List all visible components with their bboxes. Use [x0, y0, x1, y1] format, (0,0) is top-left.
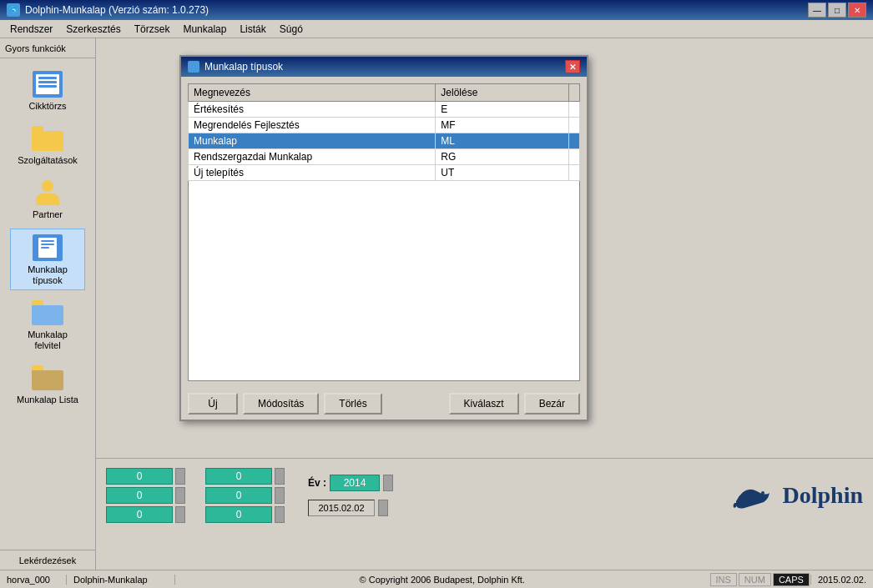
maximize-button[interactable]: □: [828, 3, 846, 18]
stat-1-1: 0: [106, 468, 173, 485]
partner-icon: [31, 178, 64, 208]
status-copyright: © Copyright 2006 Budapest, Dolphin Kft.: [175, 575, 709, 585]
menu-sugo[interactable]: Súgó: [273, 22, 310, 37]
caps-indicator: CAPS: [773, 573, 810, 586]
row-code: MF: [436, 118, 569, 133]
dialog-title: Munkalap típusok: [204, 61, 283, 73]
app-icon: 🐬: [7, 3, 20, 17]
row-code: UT: [436, 165, 569, 181]
munkalap-lista-icon: [31, 363, 64, 393]
stat-scrollbar-3[interactable]: [175, 506, 185, 523]
menu-rendszer[interactable]: Rendszer: [3, 22, 59, 37]
stat-scrollbar-5[interactable]: [275, 487, 285, 504]
col-header-name: Megnevezés: [189, 84, 436, 102]
sidebar-item-partner[interactable]: Partner: [10, 173, 85, 224]
table-empty-area: [188, 181, 580, 381]
munkalap-lista-label: Munkalap Lista: [17, 395, 78, 405]
bottom-panel: 0 0 0 0 0: [96, 458, 873, 531]
num-indicator: NUM: [739, 573, 771, 586]
munkalap-tipusok-icon: [31, 233, 64, 263]
dialog-close-button[interactable]: ✕: [565, 60, 580, 73]
menu-munkalap[interactable]: Munkalap: [176, 22, 233, 37]
menu-szerkesztes[interactable]: Szerkesztés: [59, 22, 127, 37]
row-extra: [569, 165, 580, 181]
sidebar-item-munkalap-lista[interactable]: Munkalap Lista: [10, 359, 85, 410]
status-app: Dolphin-Munkalap: [67, 575, 175, 585]
date-value: 2015.02.02: [308, 500, 375, 516]
table-row[interactable]: Értékesítés E: [189, 102, 580, 118]
stat-scrollbar-4[interactable]: [275, 468, 285, 485]
dialog-titlebar: Munkalap típusok ✕: [181, 57, 587, 77]
munkalap-felvitel-label: Munkalap felvitel: [14, 329, 81, 351]
close-button[interactable]: ✕: [848, 3, 866, 18]
szolgaltatasok-label: Szolgáltatások: [18, 155, 78, 166]
szolgaltatasok-icon: [31, 123, 64, 153]
stat-1-2: 0: [106, 487, 173, 504]
stat-2-1: 0: [205, 468, 272, 485]
dialog-munkalap-tipusok: Munkalap típusok ✕ Megnevezés Jelölése: [179, 55, 588, 421]
row-extra: [569, 149, 580, 165]
delete-button[interactable]: Törlés: [324, 393, 381, 415]
title-bar: 🐬 Dolphin-Munkalap (Verzió szám: 1.0.273…: [0, 0, 873, 20]
table-row[interactable]: Új telepítés UT: [189, 165, 580, 181]
sidebar-bottom: Lekérdezések: [0, 550, 96, 570]
sidebar-item-cikktorzs[interactable]: Cikktörzs: [10, 65, 85, 116]
year-value: 2014: [330, 475, 380, 491]
window-title: Dolphin-Munkalap (Verzió szám: 1.0.273): [25, 4, 209, 16]
stat-1-3: 0: [106, 506, 173, 523]
row-code: ML: [436, 133, 569, 149]
row-name: Munkalap: [189, 133, 436, 149]
status-indicators: INS NUM CAPS: [709, 572, 810, 587]
status-date: 2015.02.02.: [810, 575, 873, 585]
stat-scrollbar-1[interactable]: [175, 468, 185, 485]
row-name: Megrendelés Fejlesztés: [189, 118, 436, 133]
cikktorzs-label: Cikktörzs: [28, 101, 66, 112]
year-label: Év :: [308, 477, 326, 489]
row-name: Új telepítés: [189, 165, 436, 181]
status-user: horva_000: [0, 575, 67, 585]
lekerdezesek-button[interactable]: Lekérdezések: [13, 554, 83, 567]
row-name: Értékesítés: [189, 102, 436, 118]
row-name: Rendszergazdai Munkalap: [189, 149, 436, 165]
select-button[interactable]: Kiválaszt: [449, 393, 519, 415]
stat-2-3: 0: [205, 506, 272, 523]
content-area: Munkalap típusok ✕ Megnevezés Jelölése: [96, 38, 873, 550]
sidebar: Gyors funkciók Cikktörzs: [0, 38, 96, 550]
table-row[interactable]: Megrendelés Fejlesztés MF: [189, 118, 580, 133]
munkalap-felvitel-icon: [31, 298, 64, 328]
sidebar-item-szolgaltatasok[interactable]: Szolgáltatások: [10, 119, 85, 170]
col-header-code: Jelölése: [436, 84, 569, 102]
row-extra: [569, 118, 580, 133]
stat-2-2: 0: [205, 487, 272, 504]
sidebar-item-munkalap-tipusok[interactable]: Munkalap típusok: [10, 229, 85, 290]
ins-indicator: INS: [710, 573, 737, 586]
close-dialog-button[interactable]: Bezár: [524, 393, 580, 415]
munkalap-tipusok-label: Munkalap típusok: [14, 264, 81, 286]
menu-bar: Rendszer Szerkesztés Törzsek Munkalap Li…: [0, 20, 873, 38]
dolphin-logo-text: Dolphin: [783, 482, 864, 509]
sidebar-item-munkalap-felvitel[interactable]: Munkalap felvitel: [10, 294, 85, 355]
partner-label: Partner: [33, 209, 63, 220]
date-scrollbar[interactable]: [378, 500, 388, 516]
row-code: E: [436, 102, 569, 118]
table-row-selected[interactable]: Munkalap ML: [189, 133, 580, 149]
row-extra: [569, 133, 580, 149]
data-table: Megnevezés Jelölése Értékesítés E Megren: [188, 83, 580, 181]
row-code: RG: [436, 149, 569, 165]
logo-area: Dolphin: [728, 476, 864, 514]
minimize-button[interactable]: —: [808, 3, 826, 18]
sidebar-header: Gyors funkciók: [0, 38, 95, 58]
table-row[interactable]: Rendszergazdai Munkalap RG: [189, 149, 580, 165]
status-bar: horva_000 Dolphin-Munkalap © Copyright 2…: [0, 570, 873, 588]
row-extra: [569, 102, 580, 118]
new-button[interactable]: Új: [188, 393, 238, 415]
menu-torzsek[interactable]: Törzsek: [128, 22, 177, 37]
svg-point-0: [761, 491, 765, 495]
stat-scrollbar-6[interactable]: [275, 506, 285, 523]
col-header-extra: [569, 84, 580, 102]
menu-listak[interactable]: Listák: [233, 22, 272, 37]
modify-button[interactable]: Módosítás: [243, 393, 319, 415]
dialog-icon: [188, 61, 199, 73]
stat-scrollbar-2[interactable]: [175, 487, 185, 504]
year-scrollbar[interactable]: [383, 475, 393, 491]
